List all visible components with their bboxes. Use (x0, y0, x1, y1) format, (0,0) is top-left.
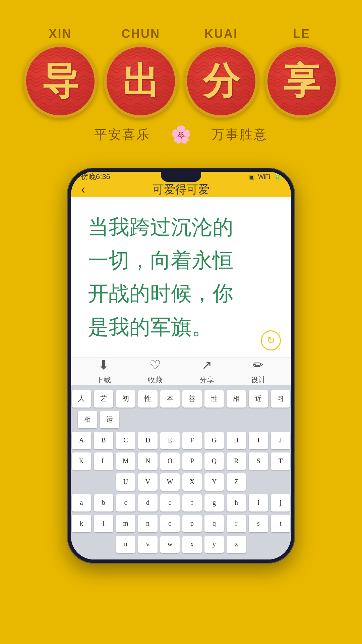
key-y[interactable]: y (204, 536, 224, 553)
key-E[interactable]: E (160, 432, 180, 449)
design-label: 设计 (251, 375, 266, 385)
key-C[interactable]: C (116, 432, 135, 449)
badge-xin-circle[interactable]: 导 (23, 44, 97, 118)
key-ren[interactable]: 人 (72, 390, 91, 408)
key-S[interactable]: S (249, 452, 268, 470)
key-W[interactable]: W (160, 473, 180, 491)
key-xi[interactable]: 习 (271, 390, 290, 408)
key-p[interactable]: p (182, 515, 202, 532)
key-H[interactable]: H (227, 432, 246, 449)
key-z[interactable]: z (227, 536, 246, 553)
key-U[interactable]: U (116, 473, 135, 491)
key-xing1[interactable]: 性 (138, 390, 158, 408)
favorite-icon: ♡ (149, 358, 161, 372)
key-P[interactable]: P (182, 452, 202, 470)
key-e[interactable]: e (160, 494, 180, 512)
key-chu[interactable]: 初 (116, 390, 135, 408)
key-D[interactable]: D (138, 432, 158, 449)
key-G[interactable]: G (204, 432, 224, 449)
bottom-toolbar: ⬇ 下载 ♡ 收藏 ↗ 分享 ✏ 设计 (71, 357, 291, 385)
badge-xin: XIN 导 (23, 27, 97, 118)
favorite-button[interactable]: ♡ 收藏 (148, 358, 163, 385)
battery-icon: 🔋 (274, 173, 281, 180)
key-a[interactable]: a (72, 494, 91, 512)
key-Y[interactable]: Y (204, 473, 224, 491)
key-V[interactable]: V (138, 473, 158, 491)
letters-row-1: A B C D E F G H I J (74, 432, 288, 449)
key-v[interactable]: v (138, 536, 158, 553)
share-button[interactable]: ↗ 分享 (199, 358, 214, 385)
badge-chun-circle[interactable]: 出 (104, 44, 178, 118)
key-K[interactable]: K (72, 452, 91, 470)
content-text: 当我跨过沉沦的一切，向着永恒开战的时候，你是我的军旗。 (88, 211, 274, 344)
key-o[interactable]: o (160, 515, 180, 532)
key-w[interactable]: w (160, 536, 180, 553)
key-T[interactable]: T (271, 452, 290, 470)
key-J[interactable]: J (271, 432, 290, 449)
key-b[interactable]: b (94, 494, 113, 512)
download-label: 下载 (96, 375, 111, 385)
key-xiang2[interactable]: 相 (78, 411, 97, 428)
key-c[interactable]: c (116, 494, 135, 512)
key-I[interactable]: I (249, 432, 268, 449)
status-icons: ▣ WiFi 🔋 (249, 173, 281, 180)
key-r[interactable]: r (227, 515, 246, 532)
content-area: 当我跨过沉沦的一切，向着永恒开战的时候，你是我的军旗。 ↻ (71, 197, 291, 357)
key-jin[interactable]: 近 (249, 390, 268, 408)
top-section: XIN 导 CHUN (0, 0, 362, 158)
badge-chun-char: 出 (122, 63, 159, 100)
key-Z[interactable]: Z (227, 473, 246, 491)
refresh-button[interactable]: ↻ (261, 330, 281, 351)
key-R[interactable]: R (227, 452, 246, 470)
badge-kuai-label: KUAI (204, 27, 238, 41)
key-d[interactable]: d (138, 494, 158, 512)
phone-section: 傍晚6:36 ▣ WiFi 🔋 ‹ 可爱得可爱 当我跨过沉沦的一切，向着永恒开战… (0, 168, 362, 564)
key-A[interactable]: A (72, 432, 91, 449)
download-button[interactable]: ⬇ 下载 (96, 358, 111, 385)
key-k[interactable]: k (72, 515, 91, 532)
key-ben[interactable]: 本 (160, 390, 180, 408)
key-n[interactable]: n (138, 515, 158, 532)
key-u[interactable]: u (116, 536, 135, 553)
key-L[interactable]: L (94, 452, 113, 470)
key-xiang1[interactable]: 相 (227, 390, 246, 408)
key-M[interactable]: M (116, 452, 135, 470)
key-Q[interactable]: Q (204, 452, 224, 470)
design-icon: ✏ (253, 358, 264, 372)
key-yun[interactable]: 运 (100, 411, 119, 428)
subtitle-right: 万事胜意 (212, 126, 268, 143)
key-X[interactable]: X (182, 473, 202, 491)
key-F[interactable]: F (182, 432, 202, 449)
badge-kuai-circle[interactable]: 分 (184, 44, 258, 118)
key-yi[interactable]: 艺 (94, 390, 113, 408)
key-j[interactable]: j (271, 494, 290, 512)
key-s[interactable]: s (249, 515, 268, 532)
lower-row-1: a b c d e f g h i j (74, 494, 288, 512)
key-l[interactable]: l (94, 515, 113, 532)
notch (161, 172, 201, 182)
key-i[interactable]: i (249, 494, 268, 512)
badge-chun: CHUN 出 (104, 27, 178, 118)
key-t[interactable]: t (271, 515, 290, 532)
key-g[interactable]: g (204, 494, 224, 512)
key-q[interactable]: q (204, 515, 224, 532)
key-O[interactable]: O (160, 452, 180, 470)
design-button[interactable]: ✏ 设计 (251, 358, 266, 385)
key-f[interactable]: f (182, 494, 202, 512)
badge-le: LE 享 (265, 27, 339, 118)
letters-row-2: K L M N O P Q R S T (74, 452, 288, 470)
key-m[interactable]: m (116, 515, 135, 532)
letters-row-3: U V W X Y Z (74, 473, 288, 491)
lotus-icon: 🌸 (171, 125, 191, 144)
signal-icon: ▣ (249, 173, 255, 180)
key-N[interactable]: N (138, 452, 158, 470)
badge-le-circle[interactable]: 享 (265, 44, 339, 118)
key-xing2[interactable]: 性 (204, 390, 224, 408)
key-B[interactable]: B (94, 432, 113, 449)
key-h[interactable]: h (227, 494, 246, 512)
key-x[interactable]: x (182, 536, 202, 553)
key-shan[interactable]: 善 (182, 390, 202, 408)
back-button[interactable]: ‹ (81, 182, 85, 197)
status-time: 傍晚6:36 (81, 172, 110, 182)
lower-row-2: k l m n o p q r s t (74, 515, 288, 532)
